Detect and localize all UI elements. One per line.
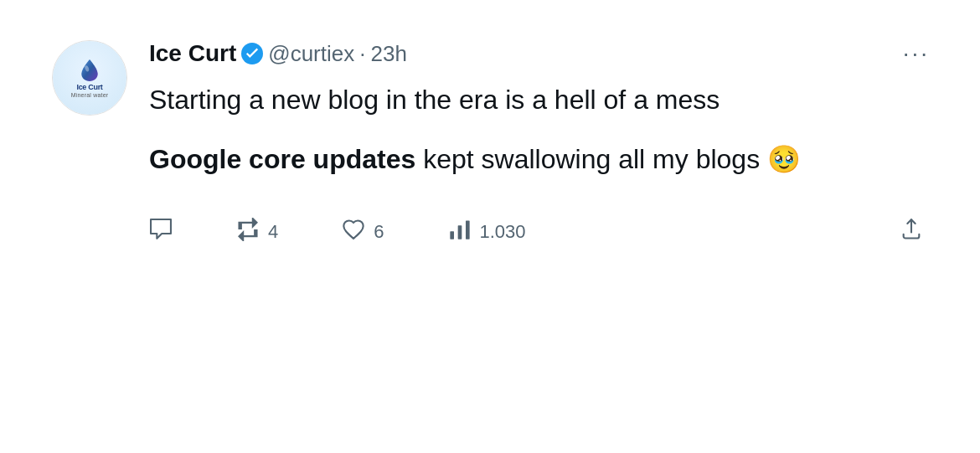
like-icon xyxy=(342,218,365,246)
svg-rect-4 xyxy=(466,221,470,239)
like-button[interactable]: 6 xyxy=(342,211,397,253)
reply-button[interactable] xyxy=(149,211,186,253)
tweet-emoji: 🥹 xyxy=(767,144,801,174)
tweet-content: Ice Curt @curtiex · 23h ··· Starting a n xyxy=(149,37,936,453)
svg-rect-3 xyxy=(457,226,462,239)
avatar-brand-text: Ice Curt xyxy=(76,84,102,91)
tweet-card: Ice Curt Mineral water Ice Curt @curtiex… xyxy=(17,17,963,453)
avatar-subtitle-text: Mineral water xyxy=(71,92,109,98)
views-icon xyxy=(448,218,472,246)
share-button[interactable] xyxy=(900,211,936,253)
display-name: Ice Curt xyxy=(149,40,236,67)
retweet-count: 4 xyxy=(268,221,278,243)
svg-rect-2 xyxy=(450,232,454,239)
timestamp: 23h xyxy=(370,41,406,67)
avatar[interactable]: Ice Curt Mineral water xyxy=(52,40,127,116)
share-icon xyxy=(900,218,923,246)
avatar-column: Ice Curt Mineral water xyxy=(44,37,136,453)
tweet-body: Starting a new blog in the era is a hell… xyxy=(149,82,936,178)
tweet-main-text: Starting a new blog in the era is a hell… xyxy=(149,82,936,118)
verified-badge-icon xyxy=(241,43,263,64)
tweet-bold-text: Google core updates xyxy=(149,144,415,174)
dot-separator: · xyxy=(359,41,365,67)
retweet-icon xyxy=(236,218,260,246)
tweet-actions: 4 6 1.03 xyxy=(149,204,936,253)
tweet-normal-text: kept swallowing all my blogs xyxy=(415,144,767,174)
more-options-icon: ··· xyxy=(903,40,930,67)
views-button[interactable]: 1.030 xyxy=(448,211,539,253)
views-count: 1.030 xyxy=(480,221,526,243)
reply-icon xyxy=(149,218,173,246)
retweet-button[interactable]: 4 xyxy=(236,211,291,253)
username: @curtiex xyxy=(268,41,354,67)
like-count: 6 xyxy=(374,221,384,243)
tweet-secondary-text: Google core updates kept swallowing all … xyxy=(149,142,936,178)
tweet-header: Ice Curt @curtiex · 23h ··· xyxy=(149,37,936,70)
tweet-header-left: Ice Curt @curtiex · 23h xyxy=(149,40,407,67)
more-options-button[interactable]: ··· xyxy=(896,37,936,70)
